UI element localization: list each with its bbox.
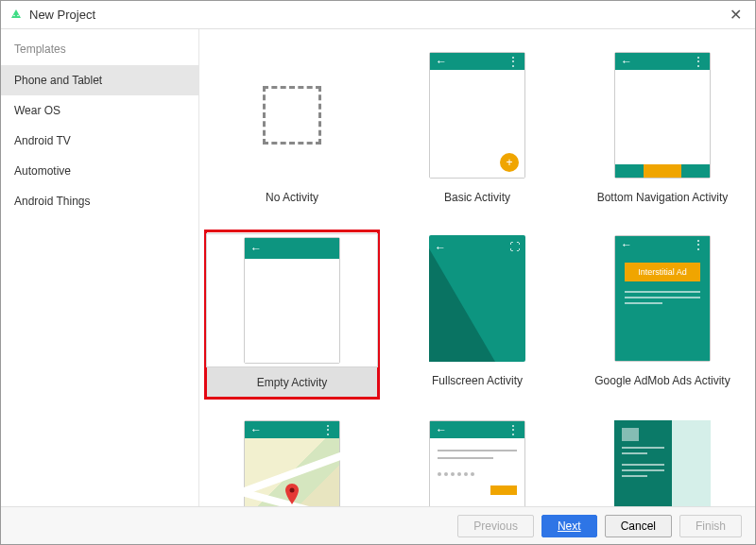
- back-arrow-icon: ←: [436, 423, 447, 436]
- back-arrow-icon: ←: [621, 55, 632, 68]
- template-preview: ← ⋮ Interstitial Ad: [576, 231, 748, 366]
- appbar: ← ⋮: [245, 421, 339, 438]
- template-preview: ← ⋮: [391, 417, 563, 506]
- template-fullscreen[interactable]: ← ⛶ Fullscreen Activity: [391, 231, 563, 398]
- template-label: Fullscreen Activity: [391, 366, 563, 396]
- sidebar-item-label: Automotive: [14, 164, 71, 178]
- previous-button[interactable]: Previous: [457, 515, 534, 537]
- svg-point-2: [290, 488, 295, 493]
- cancel-button[interactable]: Cancel: [605, 515, 672, 537]
- template-preview: [576, 417, 748, 506]
- bottom-nav: [615, 164, 710, 178]
- back-arrow-icon: ←: [250, 423, 262, 436]
- template-preview: [206, 48, 378, 182]
- more-icon: ⋮: [322, 424, 334, 435]
- template-gallery: No Activity ← ⋮ +: [199, 29, 755, 506]
- titlebar: New Project ✕: [1, 1, 755, 29]
- svg-point-0: [13, 15, 15, 17]
- template-preview: ← ⛶: [391, 231, 563, 366]
- back-arrow-icon: ←: [436, 55, 447, 68]
- interstitial-ad-badge: Interstitial Ad: [625, 263, 700, 281]
- back-arrow-icon: ←: [621, 238, 632, 251]
- sidebar-item-label: Android Things: [14, 195, 91, 208]
- map-pin-icon: [284, 484, 300, 506]
- expand-icon: ⛶: [509, 241, 520, 252]
- fab-icon: +: [500, 153, 519, 172]
- close-icon[interactable]: ✕: [724, 4, 747, 26]
- more-icon: ⋮: [693, 56, 704, 67]
- template-nav-drawer[interactable]: Navigation Drawer Activity: [576, 417, 748, 506]
- template-login[interactable]: ← ⋮ Login Activity: [391, 417, 563, 506]
- back-arrow-icon: ←: [250, 242, 262, 255]
- android-logo-icon: [9, 8, 24, 22]
- sidebar-item-wear-os[interactable]: Wear OS: [1, 95, 198, 126]
- footer: Previous Next Cancel Finish: [1, 506, 755, 544]
- sidebar-item-phone-tablet[interactable]: Phone and Tablet: [1, 65, 198, 95]
- back-arrow-icon: ←: [435, 241, 446, 254]
- template-admob[interactable]: ← ⋮ Interstitial Ad Google AdMob Ads Act…: [576, 231, 748, 398]
- content: Templates Phone and Tablet Wear OS Andro…: [1, 29, 755, 506]
- appbar: ←: [245, 238, 339, 259]
- appbar: ← ⋮: [430, 421, 524, 438]
- sidebar-heading: Templates: [1, 43, 198, 65]
- more-icon: ⋮: [693, 239, 704, 250]
- sidebar-item-automotive[interactable]: Automotive: [1, 156, 198, 186]
- sidebar-item-label: Phone and Tablet: [14, 74, 102, 87]
- svg-point-1: [17, 15, 19, 17]
- template-google-maps[interactable]: ← ⋮ Google Maps Ac: [206, 417, 378, 506]
- dashed-square-icon: [263, 86, 321, 145]
- template-no-activity[interactable]: No Activity: [206, 48, 378, 213]
- finish-button[interactable]: Finish: [679, 515, 742, 537]
- template-label: Bottom Navigation Activity: [576, 182, 748, 213]
- sidebar: Templates Phone and Tablet Wear OS Andro…: [1, 29, 199, 506]
- sidebar-item-label: Wear OS: [14, 104, 60, 117]
- template-preview: ←: [206, 233, 378, 367]
- template-preview: ← ⋮: [576, 48, 748, 182]
- sidebar-item-android-tv[interactable]: Android TV: [1, 126, 198, 156]
- next-button[interactable]: Next: [541, 515, 597, 537]
- template-basic-activity[interactable]: ← ⋮ + Basic Activity: [391, 48, 563, 213]
- template-empty-activity[interactable]: ← Empty Activity: [206, 231, 378, 398]
- template-label: Google AdMob Ads Activity: [576, 366, 748, 396]
- window-title: New Project: [29, 8, 95, 22]
- sidebar-item-label: Android TV: [14, 134, 71, 147]
- appbar: ← ⋮: [615, 236, 710, 253]
- template-label: Basic Activity: [391, 182, 563, 213]
- new-project-dialog: New Project ✕ Templates Phone and Tablet…: [0, 0, 756, 545]
- login-button-icon: [490, 485, 517, 495]
- next-button-label: Next: [558, 519, 581, 533]
- template-bottom-nav[interactable]: ← ⋮ Bottom Navigation Activity: [576, 48, 748, 213]
- sidebar-item-android-things[interactable]: Android Things: [1, 186, 198, 216]
- more-icon: ⋮: [507, 56, 519, 67]
- template-label: Empty Activity: [206, 367, 378, 398]
- more-icon: ⋮: [507, 424, 519, 435]
- template-preview: ← ⋮: [206, 417, 378, 506]
- appbar: ← ⋮: [430, 53, 524, 70]
- template-label: No Activity: [206, 182, 378, 213]
- template-preview: ← ⋮ +: [391, 48, 563, 182]
- appbar: ← ⋮: [615, 53, 710, 70]
